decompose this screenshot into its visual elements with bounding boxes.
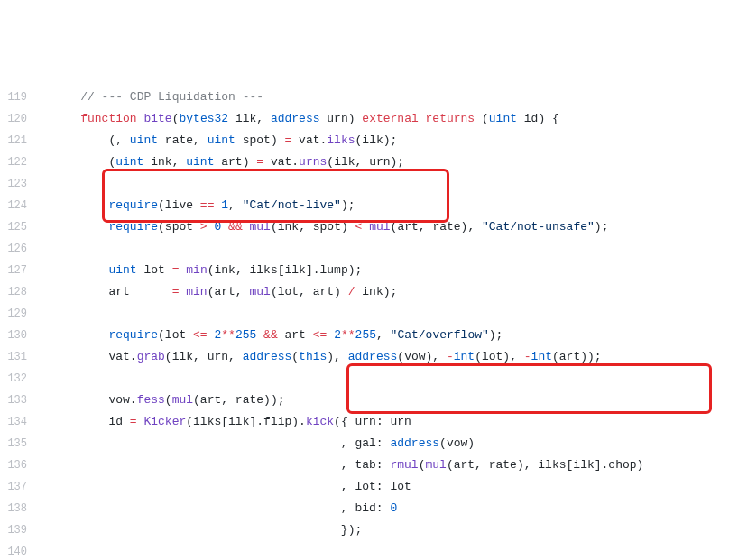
line-number: 138	[0, 498, 45, 519]
line-number: 129	[0, 303, 45, 325]
code-token: (lot),	[475, 350, 524, 363]
code-token: this	[299, 350, 327, 363]
code-token: uint	[108, 263, 136, 277]
code-token	[243, 220, 250, 234]
code-token	[52, 198, 108, 212]
line-number: 140	[0, 541, 45, 560]
code-token: (	[475, 112, 489, 125]
code-token	[52, 220, 108, 234]
code-token: /	[348, 285, 355, 298]
code-token: (art, rate),	[391, 220, 482, 234]
code-content: require(live == 1, "Cat/not-live");	[45, 195, 729, 216]
code-token: rmul	[390, 458, 418, 472]
line-number: 127	[0, 260, 45, 281]
code-token: );	[595, 220, 609, 234]
code-line: 140	[0, 541, 729, 560]
code-line: 122 (uint ink, uint art) = vat.urns(ilk,…	[0, 151, 729, 173]
code-token: **	[341, 328, 355, 342]
code-token: address	[243, 350, 292, 363]
code-token	[52, 263, 108, 277]
code-content: (, uint rate, uint spot) = vat.ilks(ilk)…	[45, 130, 729, 151]
code-line: 123	[0, 173, 729, 195]
code-line: 133 vow.fess(mul(art, rate));	[0, 390, 729, 411]
code-token: require	[108, 328, 158, 342]
code-token: &&	[228, 220, 243, 234]
code-token: min	[186, 263, 207, 277]
code-content: (uint ink, uint art) = vat.urns(ilk, urn…	[45, 151, 729, 173]
code-line: 136 , tab: rmul(mul(art, rate), ilks[ilk…	[0, 454, 729, 476]
code-token: // --- CDP Liquidation ---	[80, 90, 263, 104]
code-content: });	[45, 519, 729, 541]
code-token	[52, 90, 80, 104]
code-token: (ilk, urn);	[327, 155, 404, 169]
code-token: uint	[489, 112, 517, 125]
code-content	[45, 238, 729, 260]
code-token: (	[419, 458, 426, 472]
code-line: 124 require(live == 1, "Cat/not-live");	[0, 195, 729, 216]
code-token: grab	[137, 350, 165, 363]
code-token: );	[489, 328, 503, 342]
code-token: urn)	[320, 112, 363, 125]
code-token: (art, rate), ilks[ilk].chop)	[447, 458, 643, 472]
code-token: vat.	[52, 350, 137, 363]
line-number: 136	[0, 454, 45, 476]
code-token	[419, 112, 426, 125]
code-token: (ilk);	[355, 133, 398, 147]
code-token: (,	[52, 133, 130, 147]
code-token: mul	[426, 458, 447, 472]
code-token: fess	[137, 393, 165, 407]
code-token: art)	[214, 155, 256, 169]
code-token: });	[52, 523, 362, 537]
code-token: ,	[228, 198, 243, 212]
line-number: 133	[0, 390, 45, 411]
code-line: 126	[0, 238, 729, 260]
code-content: id = Kicker(ilks[ilk].flip).kick({ urn: …	[45, 411, 729, 433]
line-number: 134	[0, 411, 45, 433]
code-token: ),	[327, 350, 347, 363]
code-token: id	[52, 415, 130, 428]
code-content: art = min(art, mul(lot, art) / ink);	[45, 281, 729, 303]
code-token: art	[278, 328, 313, 342]
code-viewer: 119 // --- CDP Liquidation ---120 functi…	[0, 87, 729, 560]
code-content	[45, 173, 729, 195]
code-token	[221, 220, 228, 234]
code-token: rate,	[158, 133, 208, 147]
code-token: bite	[143, 112, 171, 125]
code-content	[45, 368, 729, 390]
code-token: 0	[390, 501, 397, 515]
code-content: uint lot = min(ink, ilks[ilk].lump);	[45, 260, 729, 281]
code-token: ink);	[355, 285, 398, 298]
code-token: external	[362, 112, 418, 125]
code-line: 138 , bid: 0	[0, 498, 729, 519]
code-line: 131 vat.grab(ilk, urn, address(this), ad…	[0, 346, 729, 368]
code-token: (lot	[158, 328, 193, 342]
line-number: 119	[0, 87, 45, 108]
line-number: 123	[0, 173, 45, 195]
code-token: (ilks[ilk].flip).	[186, 415, 306, 428]
line-number: 120	[0, 108, 45, 130]
code-token: <=	[313, 328, 328, 342]
code-token: (art));	[552, 350, 602, 363]
code-token: -	[524, 350, 531, 363]
code-token: require	[108, 220, 158, 234]
code-token: art	[52, 285, 172, 298]
code-line: 125 require(spot > 0 && mul(ink, spot) <…	[0, 216, 729, 238]
code-token: uint	[208, 133, 235, 147]
code-token: spot)	[235, 133, 285, 147]
code-token: "Cat/overflow"	[391, 328, 489, 342]
code-content	[45, 303, 729, 325]
code-token: id) {	[517, 112, 559, 125]
code-token: (vow)	[439, 436, 475, 450]
code-token: 255	[355, 328, 376, 342]
code-token: vow.	[52, 393, 137, 407]
line-number: 126	[0, 238, 45, 260]
code-token: );	[341, 198, 355, 212]
code-token: uint	[115, 155, 143, 169]
code-token: =	[130, 415, 137, 428]
code-line: 135 , gal: address(vow)	[0, 433, 729, 454]
code-content: require(lot <= 2**255 && art <= 2**255, …	[45, 325, 729, 346]
code-line: 132	[0, 368, 729, 390]
code-token: returns	[426, 112, 475, 125]
code-token: (ink, ilks[ilk].lump);	[208, 263, 363, 277]
code-line: 119 // --- CDP Liquidation ---	[0, 87, 729, 108]
